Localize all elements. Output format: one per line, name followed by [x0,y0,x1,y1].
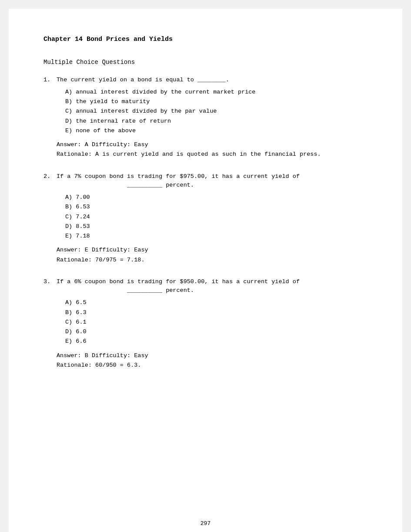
answer-block: Answer: E Difficulty: EasyRationale: 70/… [57,246,368,264]
answer-line2: Rationale: 60/950 = 6.3. [57,361,368,370]
answer-line1: Answer: B Difficulty: Easy [57,351,368,360]
option-item: B) 6.53 [65,203,368,211]
options-list: A) 7.00B) 6.53C) 7.24D) 8.53E) 7.18 [57,193,368,241]
option-item: C) annual interest divided by the par va… [65,107,368,116]
question-number: 3. [43,278,50,286]
option-item: E) 6.6 [65,337,368,346]
question-number: 2. [43,172,50,181]
answer-line2: Rationale: 70/975 = 7.18. [57,256,368,264]
answer-line1: Answer: E Difficulty: Easy [57,246,368,254]
option-item: E) 7.18 [65,232,368,241]
option-item: A) annual interest divided by the curren… [65,88,368,97]
option-item: C) 7.24 [65,213,368,221]
option-item: D) the internal rate of return [65,117,368,126]
questions-list: 1.The current yield on a bond is equal t… [43,76,368,370]
option-item: D) 6.0 [65,328,368,336]
question-text: If a 7% coupon bond is trading for $975.… [57,172,368,190]
option-item: D) 8.53 [65,222,368,231]
question-item: 1.The current yield on a bond is equal t… [43,76,368,159]
question-number: 1. [43,76,50,84]
options-list: A) 6.5B) 6.3C) 6.1D) 6.0E) 6.6 [57,298,368,346]
answer-line2: Rationale: A is current yield and is quo… [57,150,368,159]
option-item: B) the yield to maturity [65,97,368,106]
answer-block: Answer: A Difficulty: EasyRationale: A i… [57,141,368,159]
options-list: A) annual interest divided by the curren… [57,88,368,135]
option-item: B) 6.3 [65,308,368,317]
option-item: A) 7.00 [65,193,368,202]
question-text: The current yield on a bond is equal to … [57,76,368,84]
question-item: 3.If a 6% coupon bond is trading for $95… [43,278,368,370]
question-item: 2.If a 7% coupon bond is trading for $97… [43,172,368,264]
option-item: A) 6.5 [65,298,368,307]
option-item: E) none of the above [65,127,368,135]
page-number: 297 [200,519,211,528]
answer-block: Answer: B Difficulty: EasyRationale: 60/… [57,351,368,370]
answer-line1: Answer: A Difficulty: Easy [57,141,368,149]
page: Chapter 14 Bond Prices and Yields Multip… [9,9,402,532]
chapter-title: Chapter 14 Bond Prices and Yields [43,35,368,45]
section-title: Multiple Choice Questions [43,58,368,67]
question-text: If a 6% coupon bond is trading for $950.… [57,278,368,295]
option-item: C) 6.1 [65,318,368,327]
